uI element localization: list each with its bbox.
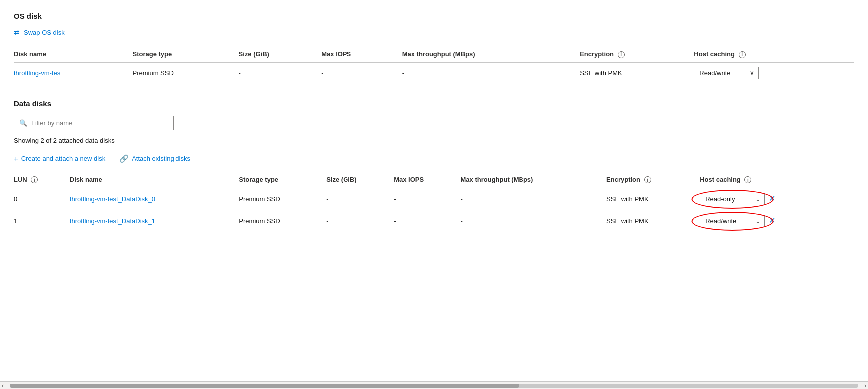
row-maxthroughput-1: - (461, 210, 607, 232)
os-col-storagetype: Storage type (133, 46, 239, 62)
os-col-diskname: Disk name (14, 46, 133, 62)
row-diskname-1: throttling-vm-test_DataDisk_1 (70, 210, 239, 232)
os-disk-row: throttling-vm-tes Premium SSD - - - SSE … (14, 62, 854, 83)
row-encryption-0: SSE with PMK (606, 188, 700, 210)
attach-existing-disks-button[interactable]: 🔗 Attach existing disks (119, 154, 190, 163)
os-host-caching-chevron: ∨ (750, 69, 754, 76)
data-host-caching-info-icon[interactable]: i (744, 176, 751, 183)
data-col-hostcaching: Host caching i (700, 171, 854, 188)
os-col-hostcaching: Host caching i (694, 46, 854, 62)
data-col-size: Size (GiB) (326, 171, 394, 188)
os-max-throughput: - (402, 62, 580, 83)
row-storagetype-1: Premium SSD (239, 210, 326, 232)
data-encryption-info-icon[interactable]: i (644, 176, 651, 183)
row-maxiops-0: - (394, 188, 460, 210)
filter-input-wrap: 🔍 (14, 116, 174, 130)
swap-os-disk-button[interactable]: ⇄ Swap OS disk (14, 28, 854, 36)
row-encryption-1: SSE with PMK (606, 210, 700, 232)
os-disk-title: OS disk (14, 12, 854, 20)
data-host-caching-dropdown-1[interactable]: Read/write ⌄ (700, 215, 765, 227)
create-attach-label: Create and attach a new disk (21, 155, 105, 162)
row-maxiops-1: - (394, 210, 460, 232)
data-col-lun: LUN i (14, 171, 70, 188)
delete-disk-btn-1[interactable]: ✕ (767, 215, 777, 226)
create-attach-new-disk-button[interactable]: + Create and attach a new disk (14, 154, 105, 163)
attach-existing-label: Attach existing disks (132, 155, 190, 162)
os-col-encryption: Encryption i (580, 46, 694, 62)
row-diskname-0: throttling-vm-test_DataDisk_0 (70, 188, 239, 210)
os-encryption: SSE with PMK (580, 62, 694, 83)
data-host-caching-value-1: Read/write (705, 217, 736, 225)
lun-info-icon[interactable]: i (31, 176, 38, 183)
data-col-encryption: Encryption i (606, 171, 700, 188)
row-maxthroughput-0: - (461, 188, 607, 210)
swap-os-disk-label: Swap OS disk (24, 29, 65, 36)
os-storage-type: Premium SSD (133, 62, 239, 83)
filter-by-name-input[interactable] (31, 119, 168, 127)
data-host-caching-chevron-1: ⌄ (755, 218, 760, 225)
row-hostcaching-cell-1: Read/write ⌄ ✕ (700, 210, 854, 232)
os-col-maxiops: Max IOPS (321, 46, 402, 62)
data-disk-name-link-0[interactable]: throttling-vm-test_DataDisk_0 (70, 195, 155, 203)
data-host-caching-dropdown-0[interactable]: Read-only ⌄ (700, 193, 765, 205)
data-host-caching-chevron-0: ⌄ (755, 196, 760, 203)
os-max-iops: - (321, 62, 402, 83)
showing-text: Showing 2 of 2 attached data disks (14, 137, 854, 144)
attach-icon: 🔗 (119, 154, 129, 163)
row-lun-1: 1 (14, 210, 70, 232)
encryption-info-icon[interactable]: i (618, 51, 625, 58)
row-size-0: - (326, 188, 394, 210)
swap-icon: ⇄ (14, 28, 20, 36)
os-col-maxthroughput: Max throughput (MBps) (402, 46, 580, 62)
os-host-caching-value: Read/write (699, 69, 730, 77)
host-caching-info-icon[interactable]: i (739, 51, 746, 58)
data-disk-name-link-1[interactable]: throttling-vm-test_DataDisk_1 (70, 217, 155, 225)
data-disk-row: 1 throttling-vm-test_DataDisk_1 Premium … (14, 210, 854, 232)
delete-disk-btn-0[interactable]: ✕ (767, 193, 777, 204)
data-host-caching-value-0: Read-only (705, 195, 735, 203)
row-storagetype-0: Premium SSD (239, 188, 326, 210)
data-col-maxiops: Max IOPS (394, 171, 460, 188)
data-disk-row: 0 throttling-vm-test_DataDisk_0 Premium … (14, 188, 854, 210)
row-hostcaching-cell-0: Read-only ⌄ ✕ (700, 188, 854, 210)
os-col-size: Size (GiB) (239, 46, 322, 62)
data-disks-title: Data disks (14, 99, 854, 108)
os-disk-name-link[interactable]: throttling-vm-tes (14, 69, 60, 77)
plus-icon: + (14, 154, 18, 163)
os-size: - (239, 62, 322, 83)
data-col-diskname: Disk name (70, 171, 239, 188)
search-icon: 🔍 (19, 119, 27, 127)
row-lun-0: 0 (14, 188, 70, 210)
os-host-caching-dropdown[interactable]: Read/write ∨ (694, 67, 759, 79)
row-size-1: - (326, 210, 394, 232)
os-host-caching-cell: Read/write ∨ (694, 62, 854, 83)
data-col-storagetype: Storage type (239, 171, 326, 188)
data-col-maxthroughput: Max throughput (MBps) (461, 171, 607, 188)
